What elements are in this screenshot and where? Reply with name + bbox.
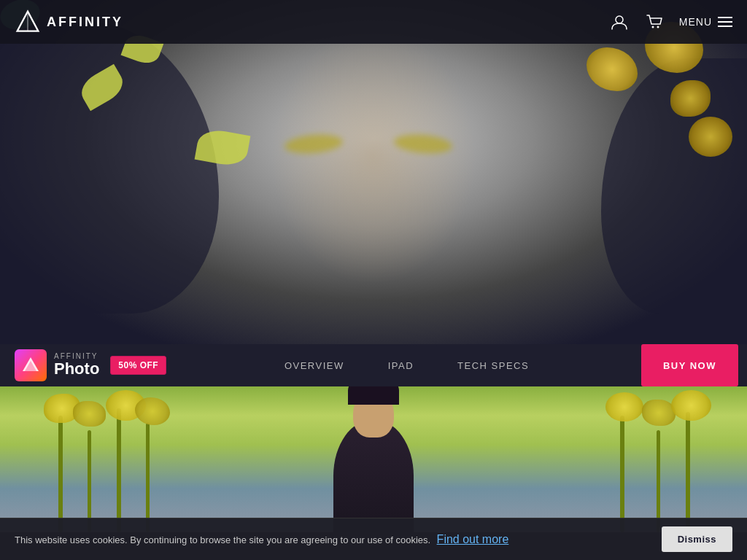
svg-point-4 — [657, 26, 659, 28]
cookie-text: This website uses cookies. By continuing… — [15, 534, 430, 545]
subnav-overview[interactable]: OVERVIEW — [263, 344, 366, 386]
menu-button[interactable]: MENU — [679, 16, 732, 28]
cookie-link[interactable]: Find out more — [437, 533, 509, 545]
svg-point-3 — [651, 26, 654, 28]
flower-stem-7 — [686, 412, 690, 532]
hero-image — [0, 0, 747, 346]
cookie-banner: This website uses cookies. By continuing… — [0, 518, 747, 560]
flower-stem-6 — [657, 430, 660, 532]
logo-text: AFFINITY — [47, 15, 123, 30]
flower-stem-1 — [58, 416, 63, 532]
svg-point-2 — [616, 16, 623, 23]
flower-head-4 — [135, 397, 170, 425]
second-hero-background — [0, 386, 747, 532]
flower-stem-2 — [88, 430, 91, 532]
face-overlay — [0, 0, 747, 346]
product-name: AFFINITY Photo — [54, 353, 99, 378]
subnav-links: OVERVIEW IPAD TECH SPECS — [181, 344, 632, 386]
flower-stem-3 — [117, 408, 121, 532]
flower-stem-4 — [146, 423, 150, 532]
product-icon — [15, 349, 47, 381]
cookie-message: This website uses cookies. By continuing… — [15, 533, 508, 546]
account-icon[interactable] — [609, 12, 630, 32]
product-brand: AFFINITY Photo 50% OFF — [0, 349, 181, 381]
flower-head-7 — [671, 390, 711, 421]
logo-area[interactable]: AFFINITY — [15, 9, 123, 35]
subnav-ipad[interactable]: IPAD — [366, 344, 436, 386]
product-logo-icon — [20, 355, 41, 376]
cart-icon[interactable] — [644, 12, 665, 32]
hamburger-icon — [718, 17, 732, 27]
discount-badge: 50% OFF — [110, 356, 166, 375]
dismiss-button[interactable]: Dismiss — [662, 526, 732, 552]
header-right: MENU — [609, 12, 732, 32]
flower-stem-5 — [620, 416, 624, 532]
buy-now-button[interactable]: BUY NOW — [641, 344, 738, 386]
flower-head-5 — [605, 392, 643, 421]
product-subnav: AFFINITY Photo 50% OFF OVERVIEW IPAD TEC… — [0, 344, 747, 386]
affinity-logo-icon — [15, 9, 41, 35]
person-hair — [348, 386, 399, 405]
flower-head-2 — [73, 401, 106, 427]
subnav-tech-specs[interactable]: TECH SPECS — [436, 344, 551, 386]
product-name-bottom: Photo — [54, 360, 99, 378]
menu-label: MENU — [679, 16, 712, 28]
main-header: AFFINITY MENU — [0, 0, 747, 44]
second-hero — [0, 386, 747, 532]
